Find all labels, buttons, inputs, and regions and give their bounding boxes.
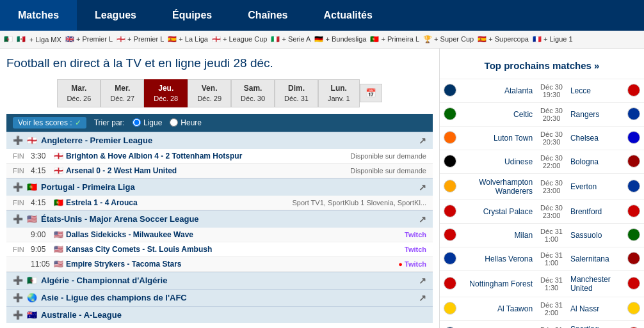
date-mar[interactable]: Mar. Déc. 26 xyxy=(57,79,101,107)
list-item[interactable]: Luton Town Déc 3020:30 Chelsea xyxy=(440,127,644,150)
twitch-label: Twitch xyxy=(405,231,426,238)
away-team-name[interactable]: Al Nassr xyxy=(567,297,624,321)
england-ext-link[interactable]: ↗ xyxy=(419,136,426,146)
filter-heure-radio[interactable] xyxy=(170,118,178,127)
league-premier1[interactable]: 🇬🇧 + Premier L xyxy=(65,35,113,43)
match-channel: Twitch xyxy=(405,231,426,238)
nav-actualites[interactable]: Actualités xyxy=(305,0,390,31)
home-team-name[interactable]: Wolverhampton Wanderers xyxy=(460,174,536,200)
voir-scores-button[interactable]: Voir les scores : ✓ xyxy=(13,117,86,129)
league-la-liga[interactable]: 🇪🇸 + La Liga xyxy=(168,35,208,43)
plus-icon: ➕ xyxy=(13,276,23,285)
plus-icon: ➕ xyxy=(13,182,23,192)
usa-flag-icon: 🇺🇸 xyxy=(27,214,37,224)
england-title: Angleterre - Premier League xyxy=(41,136,152,145)
away-team-name[interactable]: Salernitana xyxy=(567,247,624,271)
plus-icon: ➕ xyxy=(13,293,23,302)
nav-matches[interactable]: Matches xyxy=(0,0,77,31)
league-bundesliga[interactable]: 🇩🇪 + Bundesliga xyxy=(314,35,366,43)
list-item[interactable]: Atalanta Déc 3019:30 Lecce xyxy=(440,79,644,103)
away-team-name[interactable]: Chelsea xyxy=(567,127,624,150)
match-teams[interactable]: Kansas City Comets - St. Louis Ambush xyxy=(66,245,405,254)
nav-equipes[interactable]: Équipes xyxy=(154,0,230,31)
england-flag-icon: 🏴󠁧󠁢󠁥󠁮󠁧󠁿 xyxy=(27,136,37,145)
league-liga-mx[interactable]: + Liga MX xyxy=(29,36,61,43)
away-team-icon xyxy=(624,271,644,297)
league-primeira[interactable]: 🇵🇹 + Primeira L xyxy=(370,35,419,43)
home-team-name[interactable]: Udinese xyxy=(460,150,536,174)
away-team-name[interactable]: Sporting Braga xyxy=(567,321,624,329)
list-item[interactable]: Al Taawon Déc 312:00 Al Nassr xyxy=(440,297,644,321)
match-status: FIN xyxy=(13,246,31,253)
sidebar-title: Top prochains matches » xyxy=(440,55,644,79)
date-sam[interactable]: Sam. Déc. 30 xyxy=(231,79,275,107)
list-item[interactable]: Celtic Déc 3020:30 Rangers xyxy=(440,103,644,127)
flag-icon: 🇩🇿 xyxy=(4,35,13,43)
portugal-title: Portugal - Primeira Liga xyxy=(41,182,135,192)
portugal-ext-link[interactable]: ↗ xyxy=(419,182,426,192)
home-team-name[interactable]: Milan xyxy=(460,224,536,247)
list-item[interactable]: Milan Déc 311:00 Sassuolo xyxy=(440,224,644,247)
league-supercopa[interactable]: 🇪🇸 + Supercopa xyxy=(478,35,529,43)
match-teams[interactable]: Arsenal 0 - 2 West Ham United xyxy=(66,166,350,175)
home-team-name[interactable]: Atalanta xyxy=(460,79,536,103)
algeria-ext-link[interactable]: ↗ xyxy=(419,276,426,286)
sidebar-title-link[interactable]: Top prochains matches » xyxy=(485,60,600,71)
match-teams[interactable]: Estrela 1 - 4 Arouca xyxy=(66,198,292,207)
filter-heure-option[interactable]: Heure xyxy=(170,118,202,127)
home-team-name[interactable]: Celtic xyxy=(460,103,536,127)
away-team-name[interactable]: Brentford xyxy=(567,200,624,224)
portugal-flag-icon: 🇵🇹 xyxy=(27,182,37,192)
league-serie-a[interactable]: 🇮🇹 + Serie A xyxy=(271,35,310,43)
away-team-name[interactable]: Everton xyxy=(567,174,624,200)
calendar-button[interactable]: 📅 xyxy=(360,84,382,102)
league-algeria: ➕ 🇩🇿 Algérie - Championnat d'Algérie ↗ xyxy=(6,272,433,289)
away-team-name[interactable]: Rangers xyxy=(567,103,624,127)
away-team-icon xyxy=(624,297,644,321)
home-team-name[interactable]: Al Taawon xyxy=(460,297,536,321)
home-team-name[interactable]: Nottingham Forest xyxy=(460,271,536,297)
home-team-name[interactable]: Casa Pia xyxy=(460,321,536,329)
asia-ext-link[interactable]: ↗ xyxy=(419,293,426,303)
filter-bar: Voir les scores : ✓ Trier par: Ligue Heu… xyxy=(6,114,433,132)
match-time: 4:15 xyxy=(31,166,54,175)
away-team-name[interactable]: Bologna xyxy=(567,150,624,174)
nav-chaines[interactable]: Chaînes xyxy=(230,0,305,31)
match-datetime: Déc 3022:00 xyxy=(536,150,567,174)
list-item[interactable]: Casa Pia Déc 312:00 Sporting Braga xyxy=(440,321,644,329)
away-team-icon xyxy=(624,200,644,224)
away-team-name[interactable]: Lecce xyxy=(567,79,624,103)
match-datetime: Déc 3019:30 xyxy=(536,79,567,103)
list-item[interactable]: Wolverhampton Wanderers Déc 3023:00 Ever… xyxy=(440,174,644,200)
date-dim[interactable]: Dim. Déc. 31 xyxy=(275,79,318,107)
league-ligue1[interactable]: 🇫🇷 + Ligue 1 xyxy=(533,35,573,43)
usa-ext-link[interactable]: ↗ xyxy=(419,214,426,224)
date-lun[interactable]: Lun. Janv. 1 xyxy=(318,79,360,107)
list-item[interactable]: Nottingham Forest Déc 311:30 Manchester … xyxy=(440,271,644,297)
table-row: FIN 9:05 🇺🇸 Kansas City Comets - St. Lou… xyxy=(6,242,433,257)
match-teams[interactable]: Empire Strykers - Tacoma Stars xyxy=(66,260,398,269)
date-jeu[interactable]: Jeu. Déc. 28 xyxy=(144,79,188,107)
league-portugal: ➕ 🇵🇹 Portugal - Primeira Liga ↗ xyxy=(6,178,433,196)
filter-ligue-radio[interactable] xyxy=(133,118,141,127)
home-team-icon xyxy=(440,174,460,200)
home-team-name[interactable]: Luton Town xyxy=(460,127,536,150)
algeria-flag-icon: 🇩🇿 xyxy=(27,276,37,285)
home-team-name[interactable]: Crystal Palace xyxy=(460,200,536,224)
filter-ligue-option[interactable]: Ligue xyxy=(133,118,162,127)
league-super-cup[interactable]: 🏆 + Super Cup xyxy=(423,35,474,43)
list-item[interactable]: Udinese Déc 3022:00 Bologna xyxy=(440,150,644,174)
date-mer[interactable]: Mer. Déc. 27 xyxy=(101,79,144,107)
home-team-name[interactable]: Hellas Verona xyxy=(460,247,536,271)
list-item[interactable]: Crystal Palace Déc 3023:00 Brentford xyxy=(440,200,644,224)
nav-leagues[interactable]: Leagues xyxy=(77,0,154,31)
league-cup[interactable]: 🏴󠁧󠁢󠁥󠁮󠁧󠁿 + League Cup xyxy=(212,35,267,43)
date-ven[interactable]: Ven. Déc. 29 xyxy=(188,79,231,107)
away-team-name[interactable]: Sassuolo xyxy=(567,224,624,247)
away-team-name[interactable]: Manchester United xyxy=(567,271,624,297)
match-teams[interactable]: Dallas Sidekicks - Milwaukee Wave xyxy=(66,230,405,239)
table-row: FIN 4:15 🇵🇹 Estrela 1 - 4 Arouca Sport T… xyxy=(6,196,433,210)
league-premier2[interactable]: 🏴󠁧󠁢󠁥󠁮󠁧󠁿 + Premier L xyxy=(117,35,164,43)
list-item[interactable]: Hellas Verona Déc 311:00 Salernitana xyxy=(440,247,644,271)
match-teams[interactable]: Brighton & Hove Albion 4 - 2 Tottenham H… xyxy=(66,152,350,160)
